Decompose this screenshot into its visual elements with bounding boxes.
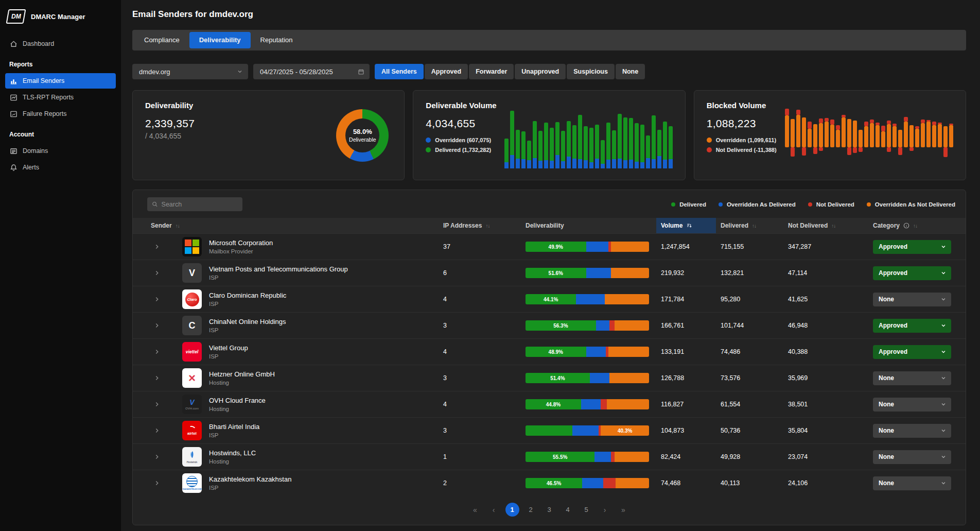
pagination-next[interactable]: › [598, 503, 612, 517]
sidebar-item-tls-rpt-reports[interactable]: TLS-RPT Reports [5, 90, 116, 105]
stacked-bar [555, 122, 559, 168]
stacked-bar [595, 125, 599, 168]
bar-delivered [646, 135, 650, 158]
category-dropdown[interactable]: Approved [873, 345, 951, 359]
expand-row-chevron-icon[interactable] [153, 401, 162, 408]
column-header-sender[interactable]: Sender↑↓ [143, 218, 443, 233]
bar-delivered: 51.4% [526, 373, 590, 383]
category-cell: Approved [871, 240, 966, 254]
bar-overridden [612, 159, 616, 168]
category-dropdown[interactable]: None [873, 476, 951, 490]
pagination-page-5[interactable]: 5 [580, 503, 593, 517]
sidebar-item-label: Alerts [23, 164, 39, 171]
pagination-page-1[interactable]: 1 [505, 503, 519, 517]
pagination-page-3[interactable]: 3 [542, 503, 556, 517]
ip-addresses-value: 3 [443, 374, 526, 382]
domain-select[interactable]: dmdev.org [132, 64, 248, 79]
bar-overridden [538, 161, 542, 168]
search-input[interactable] [162, 201, 238, 208]
column-header-category[interactable]: Category↑↓ [871, 218, 966, 233]
info-icon[interactable] [903, 222, 909, 229]
category-dropdown[interactable]: Approved [873, 319, 951, 333]
expand-row-chevron-icon[interactable] [153, 322, 162, 329]
blocked-volume-legend-item: Overridden (1,099,611) [707, 137, 777, 143]
category-dropdown[interactable]: Approved [873, 240, 951, 254]
category-dropdown[interactable]: None [873, 293, 951, 306]
pagination-page-2[interactable]: 2 [524, 503, 538, 517]
tab-compliance[interactable]: Compliance [134, 32, 189, 48]
expand-row-chevron-icon[interactable] [153, 479, 162, 487]
bar-delivered: 55.5% [526, 452, 594, 462]
filter-button-unapproved[interactable]: Unapproved [515, 64, 566, 79]
column-header-volume[interactable]: Volume [656, 218, 716, 233]
sidebar-item-dashboard[interactable]: Dashboard [5, 36, 116, 52]
deliverability-pct-label: 51.6% [526, 268, 586, 278]
sender-cell: VVietnam Posts and Telecommunications Gr… [143, 260, 443, 286]
bar-delivered [601, 140, 605, 164]
sidebar-item-domains[interactable]: Domains [5, 143, 116, 159]
column-header-not-delivered[interactable]: Not Delivered↑↓ [783, 218, 871, 233]
expand-row-chevron-icon[interactable] [153, 296, 162, 303]
pagination-page-4[interactable]: 4 [561, 503, 575, 517]
filter-button-forwarder[interactable]: Forwarder [469, 64, 514, 79]
bar-overridden-not-delivered [605, 294, 649, 304]
category-dropdown[interactable]: None [873, 424, 951, 438]
bell-icon [10, 164, 18, 172]
filter-button-approved[interactable]: Approved [425, 64, 468, 79]
expand-row-chevron-icon[interactable] [153, 453, 162, 460]
bar-delivered [538, 131, 542, 161]
pagination-prev[interactable]: ‹ [487, 503, 501, 517]
sidebar-item-email-senders[interactable]: Email Senders [5, 73, 116, 89]
expand-row-chevron-icon[interactable] [153, 374, 162, 382]
date-range-picker[interactable]: 04/27/2025 - 05/28/2025 [253, 64, 370, 79]
category-value: None [879, 427, 894, 434]
column-header-ip-addresses[interactable]: IP Addresses↑↓ [443, 218, 526, 233]
filter-button-all-senders[interactable]: All Senders [375, 64, 424, 79]
category-dropdown[interactable]: None [873, 398, 951, 412]
sender-type: ISP [209, 432, 259, 438]
column-header-delivered[interactable]: Delivered↑↓ [716, 218, 783, 233]
bar-not-delivered-below [813, 147, 817, 154]
bar-delivered [567, 121, 571, 157]
blocked-volume-legend: Overridden (1,099,611)Not Delivered (-11… [707, 137, 777, 153]
expand-row-chevron-icon[interactable] [153, 243, 162, 250]
search-box[interactable] [147, 197, 242, 211]
filter-button-none[interactable]: None [616, 64, 645, 79]
category-dropdown[interactable]: None [873, 450, 951, 464]
bar-not-delivered-top [876, 123, 880, 125]
pagination-first[interactable]: « [468, 503, 482, 517]
expand-row-chevron-icon[interactable] [153, 269, 162, 277]
bar-overridden [802, 117, 806, 147]
deliverability-cell: 40.3% [526, 425, 656, 436]
chevron-down-icon [940, 322, 947, 329]
stacked-bar [533, 121, 537, 168]
category-dropdown[interactable]: Approved [873, 266, 951, 280]
sidebar-item-label: TLS-RPT Reports [23, 94, 74, 101]
expand-row-chevron-icon[interactable] [153, 427, 162, 434]
sender-logo: viettel [182, 342, 202, 362]
deliverability-bar: 51.6% [526, 268, 649, 278]
bar-not-delivered-below [943, 147, 948, 157]
app-logo-icon: DM [6, 9, 26, 24]
sender-name-block: Viettel GroupISP [209, 344, 248, 359]
deliverability-cell: 51.6% [526, 268, 656, 278]
bar-overridden [830, 125, 834, 147]
page-title: Email Senders for dmdev.org [132, 9, 966, 20]
tab-reputation[interactable]: Reputation [251, 32, 303, 48]
filter-button-suspicious[interactable]: Suspicious [567, 64, 615, 79]
pagination-last[interactable]: » [617, 503, 631, 517]
deliverable-volume-legend: Overridden (607,075)Delivered (1,732,282… [426, 137, 496, 153]
category-value: None [879, 374, 894, 382]
blocked-bar [898, 106, 902, 168]
column-label: Delivered [721, 222, 748, 229]
tab-deliverability[interactable]: Deliverability [189, 32, 251, 48]
category-dropdown[interactable]: None [873, 371, 951, 385]
sidebar-item-failure-reports[interactable]: Failure Reports [5, 106, 116, 122]
sidebar-item-label: Dashboard [23, 40, 54, 47]
sidebar-item-alerts[interactable]: Alerts [5, 160, 116, 175]
table-row: HostwindsHostwinds, LLCHosting155.5%82,4… [133, 443, 966, 470]
expand-row-chevron-icon[interactable] [153, 348, 162, 355]
date-range-value: 04/27/2025 - 05/28/2025 [260, 68, 333, 76]
deliverability-pct-label: 44.1% [526, 294, 576, 304]
bar-overridden [876, 125, 880, 147]
